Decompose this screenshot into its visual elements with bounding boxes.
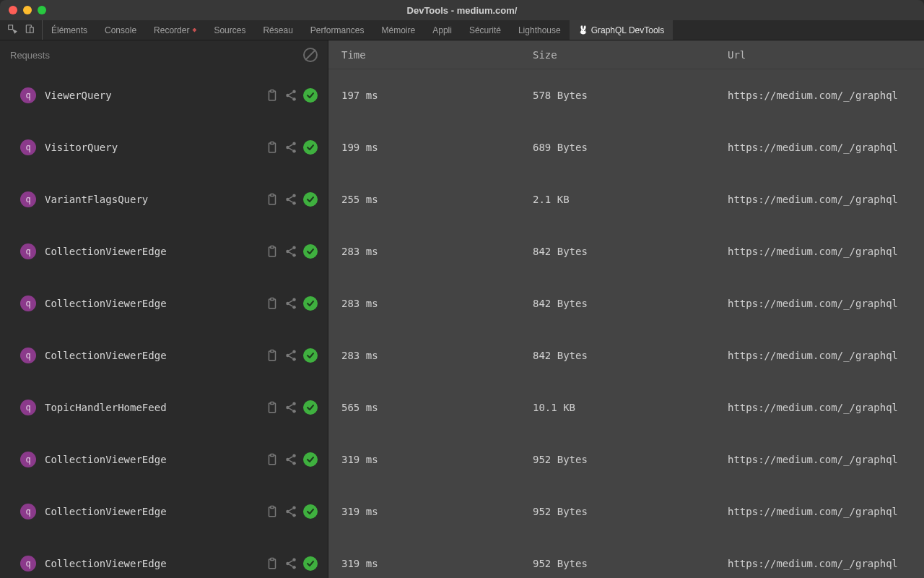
request-row[interactable]: qVariantFlagsQuery bbox=[0, 173, 328, 225]
clipboard-icon[interactable] bbox=[266, 89, 279, 102]
tab-label: Sources bbox=[214, 25, 245, 35]
request-row[interactable]: qTopicHandlerHomeFeed bbox=[0, 381, 328, 434]
share-icon[interactable] bbox=[284, 557, 297, 570]
request-row[interactable]: qViewerQuery bbox=[0, 69, 328, 121]
detail-time: 199 ms bbox=[341, 142, 533, 153]
tab-lighthouse[interactable]: Lighthouse bbox=[510, 20, 570, 40]
device-toolbar-icon[interactable] bbox=[25, 24, 35, 36]
tab-label: Lighthouse bbox=[518, 25, 561, 35]
share-icon[interactable] bbox=[284, 401, 297, 414]
detail-size: 578 Bytes bbox=[533, 90, 728, 101]
share-icon[interactable] bbox=[284, 193, 297, 206]
detail-size: 952 Bytes bbox=[533, 558, 728, 569]
close-window-button[interactable] bbox=[9, 6, 17, 14]
svg-rect-29 bbox=[271, 350, 274, 353]
request-name: TopicHandlerHomeFeed bbox=[45, 402, 266, 413]
svg-point-21 bbox=[286, 250, 289, 254]
share-icon[interactable] bbox=[284, 89, 297, 102]
tab-console[interactable]: Console bbox=[96, 20, 145, 40]
detail-url: https://medium.com/_/graphql bbox=[728, 90, 911, 101]
clipboard-icon[interactable] bbox=[266, 245, 279, 258]
clipboard-icon[interactable] bbox=[266, 349, 279, 362]
svg-rect-44 bbox=[271, 506, 274, 509]
detail-time: 565 ms bbox=[341, 402, 533, 413]
clipboard-icon[interactable] bbox=[266, 557, 279, 570]
detail-row[interactable]: 283 ms842 Byteshttps://medium.com/_/grap… bbox=[328, 277, 924, 329]
request-name: CollectionViewerEdge bbox=[45, 506, 266, 517]
status-ok-icon bbox=[303, 192, 318, 207]
detail-row[interactable]: 319 ms952 Byteshttps://medium.com/_/grap… bbox=[328, 538, 924, 578]
tab-éléments[interactable]: Éléments bbox=[43, 20, 96, 40]
tab-graphql-devtools[interactable]: 🐰GraphQL DevTools bbox=[570, 20, 674, 40]
clipboard-icon[interactable] bbox=[266, 193, 279, 206]
tab-performances[interactable]: Performances bbox=[302, 20, 373, 40]
window-title: DevTools - medium.com/ bbox=[407, 5, 518, 16]
query-badge: q bbox=[20, 452, 36, 467]
maximize-window-button[interactable] bbox=[38, 6, 46, 14]
status-ok-icon bbox=[303, 140, 318, 155]
request-row[interactable]: qCollectionViewerEdge bbox=[0, 486, 328, 538]
clipboard-icon[interactable] bbox=[266, 401, 279, 414]
tab-réseau[interactable]: Réseau bbox=[254, 20, 301, 40]
detail-row[interactable]: 255 ms2.1 KBhttps://medium.com/_/graphql bbox=[328, 173, 924, 225]
clear-icon[interactable] bbox=[303, 48, 318, 62]
svg-point-10 bbox=[292, 142, 296, 146]
titlebar: DevTools - medium.com/ bbox=[0, 0, 924, 20]
detail-row[interactable]: 199 ms689 Byteshttps://medium.com/_/grap… bbox=[328, 121, 924, 173]
query-badge: q bbox=[20, 139, 36, 155]
tab-sources[interactable]: Sources bbox=[205, 20, 254, 40]
share-icon[interactable] bbox=[284, 453, 297, 466]
column-url: Url bbox=[728, 49, 911, 61]
detail-time: 319 ms bbox=[341, 558, 533, 569]
request-name: CollectionViewerEdge bbox=[45, 558, 266, 569]
detail-row[interactable]: 197 ms578 Byteshttps://medium.com/_/grap… bbox=[328, 69, 924, 121]
request-name: VisitorQuery bbox=[45, 142, 266, 153]
share-icon[interactable] bbox=[284, 141, 297, 154]
status-ok-icon bbox=[303, 504, 318, 519]
svg-point-6 bbox=[286, 94, 289, 98]
share-icon[interactable] bbox=[284, 245, 297, 258]
tab-appli[interactable]: Appli bbox=[424, 20, 461, 40]
clipboard-icon[interactable] bbox=[266, 505, 279, 518]
request-row[interactable]: qCollectionViewerEdge bbox=[0, 277, 328, 329]
svg-rect-9 bbox=[271, 142, 274, 144]
detail-row[interactable]: 283 ms842 Byteshttps://medium.com/_/grap… bbox=[328, 329, 924, 381]
share-icon[interactable] bbox=[284, 349, 297, 362]
minimize-window-button[interactable] bbox=[23, 6, 32, 14]
request-row[interactable]: qCollectionViewerEdge bbox=[0, 434, 328, 486]
request-row[interactable]: qVisitorQuery bbox=[0, 121, 328, 173]
share-icon[interactable] bbox=[284, 297, 297, 310]
tab-mémoire[interactable]: Mémoire bbox=[373, 20, 424, 40]
svg-point-20 bbox=[292, 246, 296, 250]
svg-point-5 bbox=[292, 90, 296, 94]
column-size: Size bbox=[533, 49, 728, 61]
detail-url: https://medium.com/_/graphql bbox=[728, 194, 911, 205]
request-row[interactable]: qCollectionViewerEdge bbox=[0, 329, 328, 381]
svg-rect-34 bbox=[271, 402, 274, 405]
detail-row[interactable]: 319 ms952 Byteshttps://medium.com/_/grap… bbox=[328, 486, 924, 538]
request-row[interactable]: qCollectionViewerEdge bbox=[0, 538, 328, 578]
status-ok-icon bbox=[303, 556, 318, 571]
clipboard-icon[interactable] bbox=[266, 453, 279, 466]
clipboard-icon[interactable] bbox=[266, 297, 279, 310]
tab-recorder[interactable]: Recorder bbox=[145, 20, 205, 40]
svg-point-37 bbox=[292, 410, 296, 413]
request-row[interactable]: qCollectionViewerEdge bbox=[0, 225, 328, 277]
detail-row[interactable]: 319 ms952 Byteshttps://medium.com/_/grap… bbox=[328, 434, 924, 486]
detail-time: 319 ms bbox=[341, 454, 533, 465]
svg-point-27 bbox=[292, 306, 296, 309]
detail-row[interactable]: 283 ms842 Byteshttps://medium.com/_/grap… bbox=[328, 225, 924, 277]
request-name: VariantFlagsQuery bbox=[45, 194, 266, 205]
svg-point-12 bbox=[292, 150, 296, 153]
column-time: Time bbox=[341, 49, 533, 61]
svg-rect-24 bbox=[271, 298, 274, 301]
svg-rect-0 bbox=[9, 25, 13, 30]
tab-label: Mémoire bbox=[382, 25, 416, 35]
detail-url: https://medium.com/_/graphql bbox=[728, 246, 911, 257]
detail-row[interactable]: 565 ms10.1 KBhttps://medium.com/_/graphq… bbox=[328, 381, 924, 434]
request-actions bbox=[266, 348, 318, 363]
inspect-element-icon[interactable] bbox=[7, 24, 17, 36]
tab-sécurité[interactable]: Sécurité bbox=[461, 20, 510, 40]
share-icon[interactable] bbox=[284, 505, 297, 518]
clipboard-icon[interactable] bbox=[266, 141, 279, 154]
